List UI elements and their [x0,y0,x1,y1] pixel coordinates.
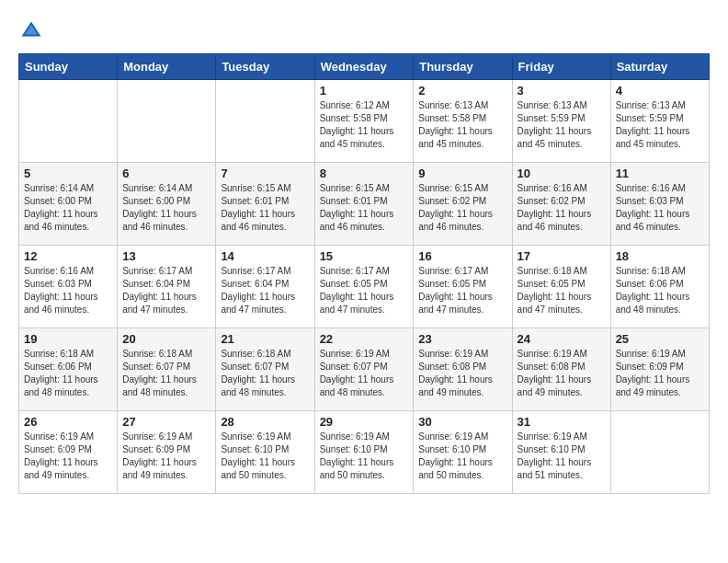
calendar-table: SundayMondayTuesdayWednesdayThursdayFrid… [18,53,710,494]
header-tuesday: Tuesday [216,54,314,80]
day-number: 1 [320,84,409,98]
calendar-cell: 4Sunrise: 6:13 AM Sunset: 5:59 PM Daylig… [610,80,709,163]
day-number: 7 [221,167,309,180]
day-number: 20 [122,332,210,346]
day-number: 24 [518,332,606,346]
day-number: 26 [24,415,112,429]
day-info: Sunrise: 6:18 AM Sunset: 6:07 PM Dayligh… [122,348,210,399]
day-number: 21 [221,332,309,346]
day-number: 25 [616,332,704,346]
day-number: 9 [418,167,506,180]
day-info: Sunrise: 6:17 AM Sunset: 6:05 PM Dayligh… [418,265,506,316]
calendar-cell: 5Sunrise: 6:14 AM Sunset: 6:00 PM Daylig… [19,163,118,246]
header-sunday: Sunday [19,54,118,80]
calendar-cell: 8Sunrise: 6:15 AM Sunset: 6:01 PM Daylig… [314,163,414,246]
calendar-cell: 14Sunrise: 6:17 AM Sunset: 6:04 PM Dayli… [216,246,314,328]
day-number: 28 [221,415,309,429]
calendar-cell: 18Sunrise: 6:18 AM Sunset: 6:06 PM Dayli… [610,246,709,328]
day-number: 31 [518,415,606,429]
day-info: Sunrise: 6:19 AM Sunset: 6:10 PM Dayligh… [518,431,606,482]
day-number: 16 [418,249,506,263]
day-number: 6 [122,167,210,180]
calendar-cell: 24Sunrise: 6:19 AM Sunset: 6:08 PM Dayli… [512,328,610,411]
calendar-cell: 7Sunrise: 6:15 AM Sunset: 6:01 PM Daylig… [216,163,314,246]
day-number: 8 [320,167,409,180]
day-info: Sunrise: 6:16 AM Sunset: 6:02 PM Dayligh… [518,182,606,234]
day-info: Sunrise: 6:19 AM Sunset: 6:10 PM Dayligh… [221,431,309,482]
day-info: Sunrise: 6:15 AM Sunset: 6:02 PM Dayligh… [418,182,506,234]
calendar-cell: 20Sunrise: 6:18 AM Sunset: 6:07 PM Dayli… [118,328,216,411]
day-info: Sunrise: 6:19 AM Sunset: 6:10 PM Dayligh… [320,431,409,482]
day-number: 13 [122,249,210,263]
day-number: 2 [418,84,506,98]
day-info: Sunrise: 6:18 AM Sunset: 6:06 PM Dayligh… [24,348,112,399]
day-number: 10 [518,167,606,180]
day-number: 30 [418,415,506,429]
header-thursday: Thursday [414,54,512,80]
calendar-cell: 12Sunrise: 6:16 AM Sunset: 6:03 PM Dayli… [19,246,118,328]
header-saturday: Saturday [610,54,709,80]
calendar-cell: 2Sunrise: 6:13 AM Sunset: 5:58 PM Daylig… [414,80,512,163]
day-number: 11 [616,167,704,180]
day-number: 15 [320,249,409,263]
day-number: 29 [320,415,409,429]
day-info: Sunrise: 6:19 AM Sunset: 6:09 PM Dayligh… [24,431,112,482]
week-row-2: 12Sunrise: 6:16 AM Sunset: 6:03 PM Dayli… [19,246,710,328]
day-info: Sunrise: 6:16 AM Sunset: 6:03 PM Dayligh… [24,265,112,316]
calendar-cell: 25Sunrise: 6:19 AM Sunset: 6:09 PM Dayli… [610,328,709,411]
calendar-cell [19,80,118,163]
calendar-cell: 13Sunrise: 6:17 AM Sunset: 6:04 PM Dayli… [118,246,216,328]
calendar-cell: 26Sunrise: 6:19 AM Sunset: 6:09 PM Dayli… [19,411,118,494]
day-info: Sunrise: 6:17 AM Sunset: 6:04 PM Dayligh… [122,265,210,316]
calendar-cell: 30Sunrise: 6:19 AM Sunset: 6:10 PM Dayli… [414,411,512,494]
header-monday: Monday [118,54,216,80]
calendar-cell: 1Sunrise: 6:12 AM Sunset: 5:58 PM Daylig… [314,80,414,163]
calendar-header: SundayMondayTuesdayWednesdayThursdayFrid… [19,54,710,80]
day-info: Sunrise: 6:12 AM Sunset: 5:58 PM Dayligh… [320,99,409,151]
day-info: Sunrise: 6:19 AM Sunset: 6:08 PM Dayligh… [418,348,506,399]
day-info: Sunrise: 6:13 AM Sunset: 5:59 PM Dayligh… [518,99,606,151]
calendar-cell: 27Sunrise: 6:19 AM Sunset: 6:09 PM Dayli… [118,411,216,494]
logo [18,18,48,44]
day-number: 19 [24,332,112,346]
week-row-4: 26Sunrise: 6:19 AM Sunset: 6:09 PM Dayli… [19,411,710,494]
calendar-cell: 21Sunrise: 6:18 AM Sunset: 6:07 PM Dayli… [216,328,314,411]
calendar-cell: 17Sunrise: 6:18 AM Sunset: 6:05 PM Dayli… [512,246,610,328]
day-number: 5 [24,167,112,180]
calendar-cell [610,411,709,494]
header-row: SundayMondayTuesdayWednesdayThursdayFrid… [19,54,710,80]
day-number: 18 [616,249,704,263]
week-row-3: 19Sunrise: 6:18 AM Sunset: 6:06 PM Dayli… [19,328,710,411]
calendar-cell: 10Sunrise: 6:16 AM Sunset: 6:02 PM Dayli… [512,163,610,246]
day-info: Sunrise: 6:18 AM Sunset: 6:06 PM Dayligh… [616,265,704,316]
calendar-cell: 11Sunrise: 6:16 AM Sunset: 6:03 PM Dayli… [610,163,709,246]
calendar-cell: 23Sunrise: 6:19 AM Sunset: 6:08 PM Dayli… [414,328,512,411]
day-number: 27 [122,415,210,429]
calendar-cell: 29Sunrise: 6:19 AM Sunset: 6:10 PM Dayli… [314,411,414,494]
day-number: 22 [320,332,409,346]
day-info: Sunrise: 6:15 AM Sunset: 6:01 PM Dayligh… [320,182,409,234]
day-info: Sunrise: 6:14 AM Sunset: 6:00 PM Dayligh… [24,182,112,234]
day-info: Sunrise: 6:13 AM Sunset: 5:59 PM Dayligh… [616,99,704,151]
day-number: 12 [24,249,112,263]
day-info: Sunrise: 6:16 AM Sunset: 6:03 PM Dayligh… [616,182,704,234]
logo-icon [18,18,44,44]
calendar-cell: 28Sunrise: 6:19 AM Sunset: 6:10 PM Dayli… [216,411,314,494]
calendar-cell: 22Sunrise: 6:19 AM Sunset: 6:07 PM Dayli… [314,328,414,411]
calendar-cell: 9Sunrise: 6:15 AM Sunset: 6:02 PM Daylig… [414,163,512,246]
day-number: 23 [418,332,506,346]
calendar-cell [216,80,314,163]
day-info: Sunrise: 6:18 AM Sunset: 6:07 PM Dayligh… [221,348,309,399]
week-row-1: 5Sunrise: 6:14 AM Sunset: 6:00 PM Daylig… [19,163,710,246]
page-header [18,18,710,44]
day-info: Sunrise: 6:19 AM Sunset: 6:09 PM Dayligh… [616,348,704,399]
day-info: Sunrise: 6:13 AM Sunset: 5:58 PM Dayligh… [418,99,506,151]
day-info: Sunrise: 6:19 AM Sunset: 6:10 PM Dayligh… [418,431,506,482]
header-friday: Friday [512,54,610,80]
calendar-body: 1Sunrise: 6:12 AM Sunset: 5:58 PM Daylig… [19,80,710,494]
calendar-cell: 15Sunrise: 6:17 AM Sunset: 6:05 PM Dayli… [314,246,414,328]
day-number: 3 [518,84,606,98]
calendar-cell: 16Sunrise: 6:17 AM Sunset: 6:05 PM Dayli… [414,246,512,328]
calendar-cell: 3Sunrise: 6:13 AM Sunset: 5:59 PM Daylig… [512,80,610,163]
day-info: Sunrise: 6:18 AM Sunset: 6:05 PM Dayligh… [518,265,606,316]
